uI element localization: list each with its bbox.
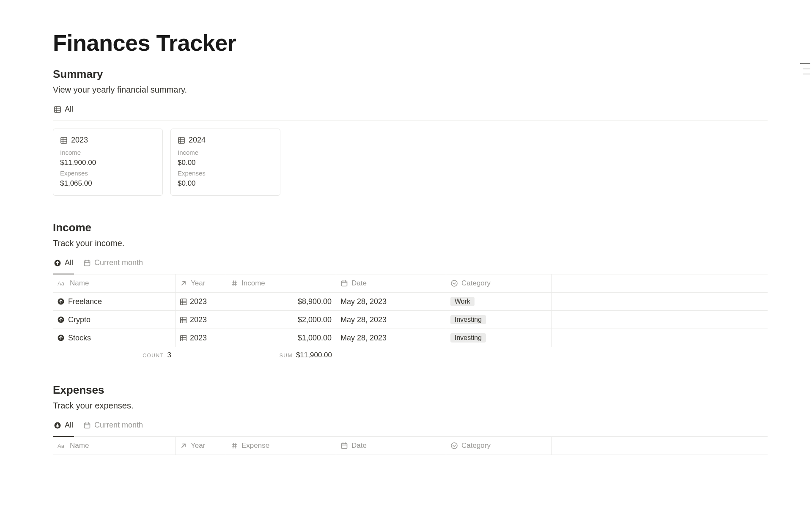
income-cell-date-text: May 28, 2023 [340, 334, 387, 343]
income-cell-name[interactable]: Stocks [53, 329, 176, 347]
income-agg-sum-label: SUM [280, 353, 293, 359]
income-view-all[interactable]: All [53, 257, 74, 271]
expenses-description: Track your expenses. [53, 401, 768, 411]
summary-section: Summary View your yearly financial summa… [53, 68, 768, 196]
income-col-empty [552, 274, 768, 292]
expenses-col-name[interactable]: Name [53, 437, 176, 455]
income-cell-amount[interactable]: $8,900.00 [226, 293, 336, 310]
income-agg-count[interactable]: COUNT 3 [53, 348, 176, 363]
expenses-view-tabs: All Current month [53, 417, 768, 436]
income-view-current-month[interactable]: Current month [82, 257, 144, 271]
expenses-col-name-label: Name [70, 441, 89, 450]
income-heading: Income [53, 221, 768, 234]
spreadsheet-icon [180, 298, 187, 305]
income-col-date[interactable]: Date [336, 274, 446, 292]
expenses-view-current-month[interactable]: Current month [82, 419, 144, 433]
income-cell-amount[interactable]: $2,000.00 [226, 311, 336, 329]
spreadsheet-icon [178, 137, 185, 144]
income-cell-year[interactable]: 2023 [176, 311, 226, 329]
calendar-icon [340, 442, 348, 449]
summary-card-2024[interactable]: 2024 Income $0.00 Expenses $0.00 [170, 129, 280, 196]
category-pill: Investing [450, 315, 486, 324]
category-pill: Investing [450, 333, 486, 343]
income-row[interactable]: Stocks 2023 $1,000.00 May 28, 2023 Inves… [53, 329, 768, 347]
expenses-table-header: Name Year Expense Date [53, 437, 768, 455]
page-minimap[interactable] [797, 63, 812, 74]
income-col-year-label: Year [191, 279, 205, 288]
income-cell-year[interactable]: 2023 [176, 293, 226, 310]
income-cell-empty [552, 329, 768, 347]
category-pill: Work [450, 297, 475, 306]
expenses-col-year[interactable]: Year [176, 437, 226, 455]
expenses-col-date[interactable]: Date [336, 437, 446, 455]
income-cell-category[interactable]: Investing [446, 311, 552, 329]
income-section: Income Track your income. All Current mo… [53, 221, 768, 363]
income-cell-date-text: May 28, 2023 [340, 297, 387, 306]
summary-view-all[interactable]: All [53, 103, 74, 117]
summary-heading: Summary [53, 68, 768, 81]
income-agg-count-value: 3 [167, 351, 171, 359]
summary-card-expenses-label: Expenses [60, 170, 156, 177]
income-cell-year-text: 2023 [190, 334, 207, 343]
summary-description: View your yearly financial summary. [53, 85, 768, 95]
text-icon [57, 442, 66, 449]
income-col-name[interactable]: Name [53, 274, 176, 292]
income-cell-year[interactable]: 2023 [176, 329, 226, 347]
expenses-col-category[interactable]: Category [446, 437, 552, 455]
income-cell-category[interactable]: Investing [446, 329, 552, 347]
income-col-category-label: Category [461, 279, 491, 288]
expenses-col-empty [552, 437, 768, 455]
summary-card-income-value: $0.00 [178, 159, 273, 167]
calendar-icon [83, 259, 91, 267]
expenses-view-all-label: All [65, 421, 73, 430]
income-cell-empty [552, 293, 768, 310]
income-cell-name[interactable]: Freelance [53, 293, 176, 310]
expenses-view-all[interactable]: All [53, 419, 74, 433]
number-icon [230, 442, 238, 449]
income-row[interactable]: Freelance 2023 $8,900.00 May 28, 2023 Wo… [53, 293, 768, 311]
expenses-table: Name Year Expense Date [53, 436, 768, 455]
income-cell-date[interactable]: May 28, 2023 [336, 329, 446, 347]
expenses-col-category-label: Category [461, 441, 491, 450]
income-col-income[interactable]: Income [226, 274, 336, 292]
income-view-tabs: All Current month [53, 254, 768, 274]
income-cell-date[interactable]: May 28, 2023 [336, 311, 446, 329]
income-cell-name[interactable]: Crypto [53, 311, 176, 329]
relation-icon [180, 442, 187, 449]
expenses-heading: Expenses [53, 384, 768, 397]
income-cell-amount-text: $8,900.00 [298, 297, 332, 306]
income-table-header: Name Year Income Date [53, 274, 768, 293]
income-cell-category[interactable]: Work [446, 293, 552, 310]
expenses-col-expense-label: Expense [241, 441, 269, 450]
minimap-line [803, 74, 810, 74]
number-icon [230, 280, 238, 287]
summary-card-income-value: $11,900.00 [60, 159, 156, 167]
summary-card-income-label: Income [60, 149, 156, 156]
income-cell-name-text: Crypto [68, 315, 91, 324]
income-cell-amount-text: $1,000.00 [298, 334, 332, 343]
income-description: Track your income. [53, 238, 768, 248]
income-agg-sum[interactable]: SUM $11,900.00 [226, 348, 336, 363]
summary-view-all-label: All [65, 105, 73, 114]
income-row[interactable]: Crypto 2023 $2,000.00 May 28, 2023 Inves… [53, 311, 768, 329]
income-col-year[interactable]: Year [176, 274, 226, 292]
income-col-income-label: Income [241, 279, 265, 288]
arrow-up-circle-icon [57, 316, 65, 323]
calendar-icon [340, 280, 348, 287]
spreadsheet-icon [180, 334, 187, 341]
income-col-category[interactable]: Category [446, 274, 552, 292]
arrow-up-circle-icon [57, 334, 65, 342]
spreadsheet-icon [54, 106, 61, 113]
income-col-date-label: Date [351, 279, 367, 288]
income-cell-date[interactable]: May 28, 2023 [336, 293, 446, 310]
expenses-view-current-month-label: Current month [94, 421, 143, 430]
income-cell-amount[interactable]: $1,000.00 [226, 329, 336, 347]
relation-icon [180, 280, 187, 287]
summary-card-2023[interactable]: 2023 Income $11,900.00 Expenses $1,065.0… [53, 129, 163, 196]
summary-card-year: 2024 [189, 136, 206, 145]
page-title: Finances Tracker [53, 30, 768, 56]
expenses-col-date-label: Date [351, 441, 367, 450]
income-col-name-label: Name [70, 279, 89, 288]
arrow-up-circle-icon [57, 298, 65, 305]
expenses-col-expense[interactable]: Expense [226, 437, 336, 455]
